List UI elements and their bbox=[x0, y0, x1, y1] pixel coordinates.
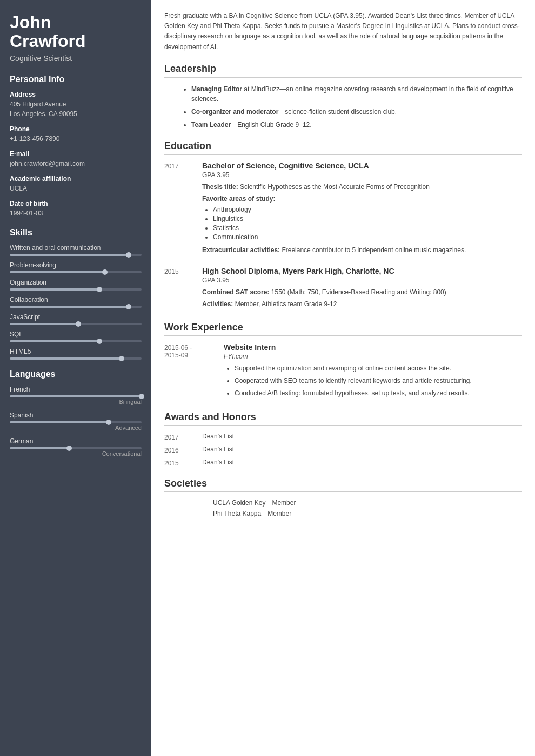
skill-name: JavaScript bbox=[10, 313, 142, 321]
language-name: French bbox=[10, 386, 142, 393]
award-title: Dean's List bbox=[202, 446, 234, 454]
skill-item: SQL bbox=[10, 330, 142, 342]
list-item: Supported the optimization and revamping… bbox=[235, 363, 522, 373]
language-level: Conversational bbox=[10, 450, 142, 457]
skill-name: SQL bbox=[10, 330, 142, 338]
edu-gpa: GPA 3.95 bbox=[202, 276, 522, 284]
list-item: Conducted A/B testing: formulated hypoth… bbox=[235, 388, 522, 398]
skill-item: Problem-solving bbox=[10, 261, 142, 273]
languages-heading: Languages bbox=[10, 369, 142, 379]
skill-bar bbox=[10, 254, 142, 256]
skill-bar bbox=[10, 323, 142, 325]
skill-item: Collaboration bbox=[10, 296, 142, 308]
skill-item: Organization bbox=[10, 279, 142, 291]
award-item: 2017 Dean's List bbox=[164, 433, 522, 441]
work-title: Website Intern bbox=[224, 343, 522, 352]
edu-extra: Extracurricular activities: Freelance co… bbox=[202, 245, 522, 255]
skill-item: HTML5 bbox=[10, 348, 142, 360]
education-heading: Education bbox=[164, 140, 522, 155]
academic-value: UCLA bbox=[10, 184, 142, 193]
skills-heading: Skills bbox=[10, 228, 142, 238]
leadership-heading: Leadership bbox=[164, 63, 522, 78]
list-item: Team Leader—English Club Grade 9–12. bbox=[191, 120, 522, 130]
award-title: Dean's List bbox=[202, 433, 234, 441]
language-name: Spanish bbox=[10, 411, 142, 419]
edu-sat: Combined SAT score: 1550 (Math: 750, Evi… bbox=[202, 287, 522, 297]
award-item: 2016 Dean's List bbox=[164, 446, 522, 454]
societies-list: UCLA Golden Key—MemberPhi Theta Kappa—Me… bbox=[164, 499, 522, 517]
phone-value: +1-123-456-7890 bbox=[10, 134, 142, 144]
skill-bar bbox=[10, 306, 142, 308]
academic-label: Academic affiliation bbox=[10, 175, 142, 183]
languages-list: French Bilingual Spanish Advanced German… bbox=[10, 386, 142, 457]
bio-text: Fresh graduate with a BA in Cognitive Sc… bbox=[164, 11, 522, 52]
work-dates: 2015-06 -2015-09 bbox=[164, 343, 224, 401]
phone-label: Phone bbox=[10, 125, 142, 133]
personal-info-heading: Personal Info bbox=[10, 75, 142, 84]
award-item: 2015 Dean's List bbox=[164, 458, 522, 467]
edu-areas-label: Favorite areas of study: bbox=[202, 194, 522, 204]
work-bullets: Supported the optimization and revamping… bbox=[224, 363, 522, 398]
language-item: French Bilingual bbox=[10, 386, 142, 405]
skill-name: Problem-solving bbox=[10, 261, 142, 269]
list-item: Communication bbox=[213, 233, 522, 241]
list-item: Anthropology bbox=[213, 206, 522, 213]
dob-label: Date of birth bbox=[10, 200, 142, 207]
language-level: Advanced bbox=[10, 424, 142, 431]
list-item: Managing Editor at MindBuzz—an online ma… bbox=[191, 84, 522, 104]
education-item: 2015 High School Diploma, Myers Park Hig… bbox=[164, 267, 522, 311]
award-year: 2017 bbox=[164, 433, 202, 441]
education-list: 2017 Bachelor of Science, Cognitive Scie… bbox=[164, 161, 522, 311]
skills-list: Written and oral communication Problem-s… bbox=[10, 244, 142, 360]
language-bar bbox=[10, 447, 142, 449]
work-company: FYI.com bbox=[224, 353, 522, 360]
address-value: 405 Hilgard Avenue Los Angeles, CA 90095 bbox=[10, 99, 142, 119]
list-item: Statistics bbox=[213, 224, 522, 232]
list-item: Co-organizer and moderator—science-ficti… bbox=[191, 107, 522, 117]
leadership-list: Managing Editor at MindBuzz—an online ma… bbox=[175, 84, 522, 130]
societies-heading: Societies bbox=[164, 478, 522, 492]
work-item: 2015-06 -2015-09 Website Intern FYI.com … bbox=[164, 343, 522, 401]
language-name: German bbox=[10, 437, 142, 445]
skill-bar bbox=[10, 288, 142, 291]
edu-degree: Bachelor of Science, Cognitive Science, … bbox=[202, 161, 522, 170]
awards-list: 2017 Dean's List 2016 Dean's List 2015 D… bbox=[164, 433, 522, 467]
areas-list: AnthropologyLinguisticsStatisticsCommuni… bbox=[202, 206, 522, 241]
skill-name: Organization bbox=[10, 279, 142, 286]
edu-year: 2015 bbox=[164, 267, 202, 311]
language-item: Spanish Advanced bbox=[10, 411, 142, 431]
society-name: Phi Theta Kappa—Member bbox=[213, 510, 522, 517]
work-list: 2015-06 -2015-09 Website Intern FYI.com … bbox=[164, 343, 522, 401]
skill-bar bbox=[10, 340, 142, 342]
education-item: 2017 Bachelor of Science, Cognitive Scie… bbox=[164, 161, 522, 257]
edu-content: High School Diploma, Myers Park High, Ch… bbox=[202, 267, 522, 311]
skill-name: Written and oral communication bbox=[10, 244, 142, 252]
dob-value: 1994-01-03 bbox=[10, 208, 142, 218]
society-item: Phi Theta Kappa—Member bbox=[213, 510, 522, 517]
skill-item: JavaScript bbox=[10, 313, 142, 325]
email-label: E-mail bbox=[10, 150, 142, 158]
award-year: 2016 bbox=[164, 446, 202, 454]
skill-bar bbox=[10, 357, 142, 360]
edu-year: 2017 bbox=[164, 161, 202, 257]
award-year: 2015 bbox=[164, 458, 202, 467]
society-name: UCLA Golden Key—Member bbox=[213, 499, 522, 507]
award-title: Dean's List bbox=[202, 458, 234, 467]
job-title: Cognitive Scientist bbox=[10, 54, 142, 63]
address-label: Address bbox=[10, 91, 142, 98]
society-item: UCLA Golden Key—Member bbox=[213, 499, 522, 507]
edu-degree: High School Diploma, Myers Park High, Ch… bbox=[202, 267, 522, 275]
sidebar: John Crawford Cognitive Scientist Person… bbox=[0, 0, 151, 756]
edu-content: Bachelor of Science, Cognitive Science, … bbox=[202, 161, 522, 257]
email-value: john.crawford@gmail.com bbox=[10, 159, 142, 168]
work-content: Website Intern FYI.com Supported the opt… bbox=[224, 343, 522, 401]
list-item: Linguistics bbox=[213, 215, 522, 222]
edu-thesis: Thesis title: Scientific Hypotheses as t… bbox=[202, 182, 522, 192]
skill-name: Collaboration bbox=[10, 296, 142, 303]
language-bar bbox=[10, 421, 142, 423]
awards-heading: Awards and Honors bbox=[164, 411, 522, 426]
work-heading: Work Experience bbox=[164, 322, 522, 336]
skill-bar bbox=[10, 271, 142, 273]
edu-activities: Activities: Member, Athletics team Grade… bbox=[202, 299, 522, 309]
main-content: Fresh graduate with a BA in Cognitive Sc… bbox=[151, 0, 535, 756]
